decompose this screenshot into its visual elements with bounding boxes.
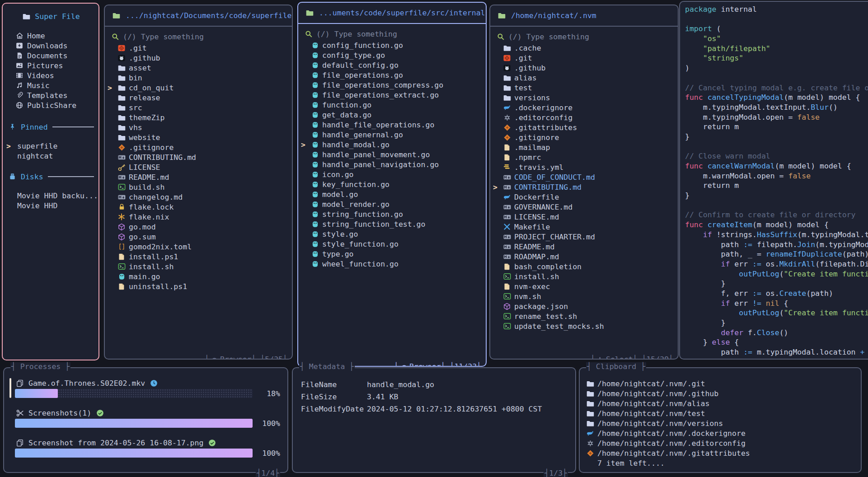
file-row[interactable]: default_config.go (298, 60, 486, 70)
code-line: m.warnModal.open = false (685, 171, 868, 181)
file-row[interactable]: CONTRIBUTING.md (105, 152, 292, 162)
file-row[interactable]: vhs (105, 122, 292, 132)
file-row[interactable]: .travis.yml (490, 162, 678, 172)
file-row[interactable]: string_function_test.go (298, 219, 486, 229)
file-row[interactable]: LICENSE.md (490, 212, 678, 222)
file-row[interactable]: function.go (298, 100, 486, 110)
file-row[interactable]: .editorconfig (490, 112, 678, 122)
file-row[interactable]: .gitattributes (490, 122, 678, 132)
file-row[interactable]: model.go (298, 189, 486, 199)
sidebar-item-publicshare[interactable]: PublicShare (3, 100, 99, 110)
file-row[interactable]: bin (105, 73, 292, 83)
file-row[interactable]: .gitignore (105, 142, 292, 152)
search-input[interactable]: (/) Type something (105, 31, 292, 42)
file-row[interactable]: .npmrc (490, 152, 678, 162)
file-row[interactable]: Makefile (490, 222, 678, 232)
file-row[interactable]: changelog.md (105, 192, 292, 202)
file-row[interactable]: handle_file_operations.go (298, 120, 486, 130)
file-row[interactable]: main.go (105, 271, 292, 281)
sidebar-item-pictures[interactable]: Pictures (3, 61, 99, 70)
pinned-item-nightcat[interactable]: nightcat (3, 151, 99, 161)
sidebar-item-templates[interactable]: Templates (3, 90, 99, 100)
file-row[interactable]: .cache (490, 43, 678, 53)
file-row[interactable]: type.go (298, 249, 486, 259)
file-row[interactable]: >handle_modal.go (298, 140, 486, 150)
file-row[interactable]: alias (490, 73, 678, 83)
file-row[interactable]: website (105, 132, 292, 142)
file-row[interactable]: file_operations_compress.go (298, 80, 486, 90)
pinned-item-superfile[interactable]: >superfile (3, 141, 99, 151)
file-row[interactable]: file_operations.go (298, 70, 486, 80)
file-row[interactable]: package.json (490, 301, 678, 311)
file-row[interactable]: .gitignore (490, 132, 678, 142)
file-row[interactable]: wheel_function.go (298, 259, 486, 269)
sidebar-item-videos[interactable]: Videos (3, 70, 99, 80)
file-row[interactable]: handle_genernal.go (298, 130, 486, 140)
sidebar-item-documents[interactable]: Documents (3, 51, 99, 61)
clipboard-list: /home/nightcat/.nvm/.git/home/nightcat/.… (585, 379, 855, 468)
file-row[interactable]: PROJECT_CHARTER.md (490, 232, 678, 242)
file-row[interactable]: handle_panel_navigation.go (298, 159, 486, 169)
file-row[interactable]: release (105, 93, 292, 103)
file-row[interactable]: handle_panel_movement.go (298, 150, 486, 159)
file-row[interactable]: uninstall.ps1 (105, 281, 292, 291)
sidebar-item-downloads[interactable]: Downloads (3, 41, 99, 51)
file-row[interactable]: .github (490, 63, 678, 73)
sidebar-item-music[interactable]: Music (3, 80, 99, 90)
file-row[interactable]: src (105, 103, 292, 112)
file-row[interactable]: versions (490, 93, 678, 103)
file-row[interactable]: style_function.go (298, 239, 486, 249)
sidebar-item-home[interactable]: Home (3, 31, 99, 41)
file-row[interactable]: CODE_OF_CONDUCT.md (490, 172, 678, 182)
file-row[interactable]: model_render.go (298, 199, 486, 209)
file-row[interactable]: key_function.go (298, 179, 486, 189)
file-row[interactable]: build.sh (105, 182, 292, 192)
file-row[interactable]: gomod2nix.toml (105, 242, 292, 252)
search-input[interactable]: (/) Type something (298, 28, 486, 39)
file-row[interactable]: go.mod (105, 222, 292, 232)
process-item[interactable]: Screenshot from 2024-05-26 16-08-17.png1… (11, 438, 280, 468)
go-icon (310, 91, 320, 99)
search-input[interactable]: (/) Type something (490, 31, 678, 42)
file-row[interactable]: config_type.go (298, 50, 486, 60)
file-row[interactable]: .dockerignore (490, 103, 678, 112)
file-row[interactable]: nvm.sh (490, 291, 678, 301)
process-item[interactable]: Game.of.Thrones.S02E02.mkv18% (11, 378, 280, 408)
file-row[interactable]: ROADMAP.md (490, 252, 678, 262)
file-row[interactable]: >CONTRIBUTING.md (490, 182, 678, 192)
disk-item[interactable]: Movie HHD (3, 201, 99, 210)
file-row[interactable]: get_data.go (298, 110, 486, 120)
file-row[interactable]: rename_test.sh (490, 311, 678, 321)
file-row[interactable]: .github (105, 53, 292, 63)
file-row[interactable]: .git (490, 53, 678, 63)
file-row[interactable]: nvm-exec (490, 281, 678, 291)
file-row[interactable]: install.sh (490, 271, 678, 281)
file-row[interactable]: update_test_mocks.sh (490, 321, 678, 331)
file-row[interactable]: LICENSE (105, 162, 292, 172)
file-row[interactable]: test (490, 83, 678, 93)
go-icon (310, 151, 320, 159)
file-row[interactable]: .mailmap (490, 142, 678, 152)
file-row[interactable]: themeZip (105, 112, 292, 122)
file-row[interactable]: flake.nix (105, 212, 292, 222)
file-row[interactable]: install.ps1 (105, 252, 292, 262)
file-row[interactable]: file_operations_extract.go (298, 90, 486, 100)
file-row[interactable]: .git (105, 43, 292, 53)
disk-item[interactable]: Movie HHD backu... (3, 191, 99, 201)
file-row[interactable]: >cd_on_quit (105, 83, 292, 93)
file-row[interactable]: config_function.go (298, 40, 486, 50)
file-row[interactable]: README.md (490, 242, 678, 252)
file-row[interactable]: icon.go (298, 169, 486, 179)
file-row[interactable]: style.go (298, 229, 486, 239)
file-row[interactable]: bash_completion (490, 262, 678, 271)
file-row[interactable]: string_function.go (298, 209, 486, 219)
file-row[interactable]: flake.lock (105, 202, 292, 212)
file-row[interactable]: go.sum (105, 232, 292, 242)
file-row[interactable]: README.md (105, 172, 292, 182)
file-row[interactable]: install.sh (105, 262, 292, 271)
process-item[interactable]: Screenshots(1)100% (11, 408, 280, 438)
file-row[interactable]: Dockerfile (490, 192, 678, 202)
downloads-icon (14, 42, 24, 49)
file-row[interactable]: asset (105, 63, 292, 73)
file-row[interactable]: GOVERNANCE.md (490, 202, 678, 212)
